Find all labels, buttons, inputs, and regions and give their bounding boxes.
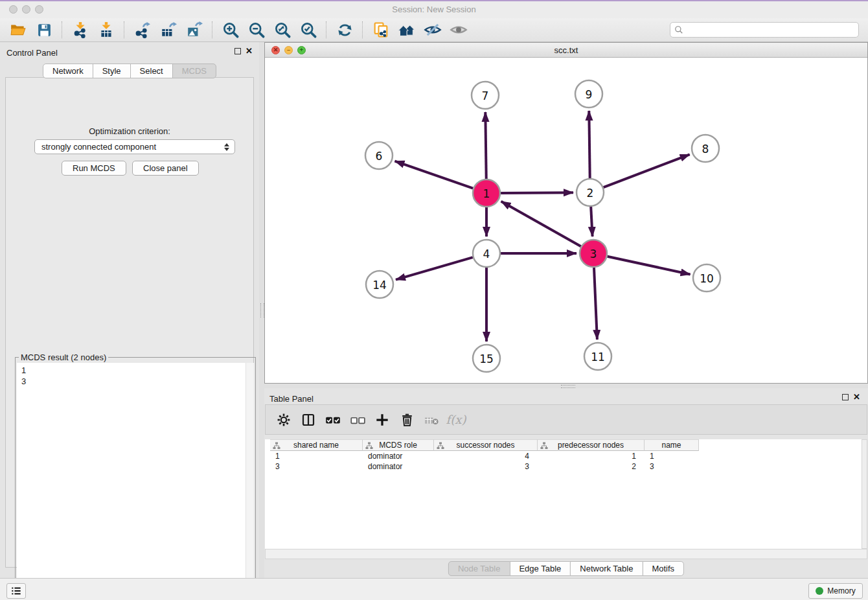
graph-edge-2-3[interactable] [591,207,592,237]
export-image-icon[interactable] [185,20,204,40]
network-window-titlebar[interactable]: ✕ – + scc.txt [265,43,867,58]
tab-mcds[interactable]: MCDS [172,63,216,78]
network-view-window: ✕ – + scc.txt 1234678910111415 [264,42,868,384]
split-columns-icon[interactable] [298,410,319,430]
mcds-result-list[interactable]: 1 3 [17,363,254,599]
dropdown-stepper-icon [224,143,229,151]
search-input[interactable] [687,25,854,36]
zoom-selected-icon[interactable] [299,20,318,40]
control-panel-title: Control Panel [6,48,58,58]
hierarchy-icon [273,442,280,450]
float-panel-icon[interactable] [234,48,241,54]
import-network-icon[interactable] [71,20,90,40]
settings-gear-icon[interactable] [273,410,294,430]
tab-select[interactable]: Select [130,63,173,78]
tab-style[interactable]: Style [93,63,131,78]
titlebar: Session: New Session [0,1,868,19]
close-panel-icon[interactable]: ✕ [853,394,860,400]
delete-table-icon[interactable] [421,410,442,430]
horizontal-splitter[interactable] [264,384,868,388]
table-scrollbar[interactable] [862,439,867,549]
cell-predecessor-nodes-1[interactable]: 2 [538,461,645,472]
mcds-result-title: MCDS result (2 nodes) [19,352,108,362]
graph-node-label-2: 2 [587,187,594,200]
column-header-successor-nodes[interactable]: successor nodes [434,439,538,451]
hide-details-eye-icon[interactable] [423,20,442,40]
home-icon[interactable] [397,20,417,40]
tab-motifs[interactable]: Motifs [642,561,684,576]
graph-node-label-3: 3 [590,248,597,260]
close-panel-button[interactable]: Close panel [132,161,199,176]
cell-predecessor-nodes-0[interactable]: 1 [538,451,645,461]
deselect-all-checkboxes-icon[interactable] [347,410,368,430]
save-session-icon[interactable] [34,20,54,40]
tab-node-table[interactable]: Node Table [448,561,510,576]
zoom-fit-icon[interactable] [273,20,292,40]
graph-edge-2-9[interactable] [589,111,589,178]
column-header-predecessor-nodes[interactable]: predecessor nodes [538,439,645,451]
cell-successor-nodes-1[interactable]: 3 [434,461,538,472]
tab-network[interactable]: Network [43,63,93,78]
cell-name-1[interactable]: 3 [645,461,699,472]
graph-edge-4-14[interactable] [396,257,473,280]
graph-node-label-4: 4 [483,248,490,260]
application-window: Session: New Session Control Panel [0,0,868,600]
toolbar-separator [326,21,327,38]
toolbar-separator [212,21,213,38]
graph-edge-1-6[interactable] [395,161,474,189]
task-history-button[interactable] [6,583,26,599]
graph-node-label-10: 10 [700,272,714,285]
column-label: predecessor nodes [558,441,624,450]
network-document-icon[interactable] [371,20,391,40]
refresh-layout-icon[interactable] [335,20,354,40]
cell-shared-name-0[interactable]: 1 [270,451,363,461]
hierarchy-icon [365,442,373,450]
column-header-shared-name[interactable]: shared name [270,439,363,451]
table-horizontal-scrollbar[interactable] [265,549,867,559]
table-header-row: shared nameMCDS rolesuccessor nodesprede… [270,439,699,451]
zoom-out-icon[interactable] [247,20,266,40]
tab-network-table[interactable]: Network Table [570,561,643,576]
result-scrollbar[interactable] [246,363,254,599]
tab-edge-table[interactable]: Edge Table [509,561,571,576]
add-column-icon[interactable] [372,410,393,430]
export-table-icon[interactable] [159,20,178,40]
cell-mcds-role-0[interactable]: dominator [363,451,434,461]
table-panel-title: Table Panel [269,394,314,404]
column-header-name[interactable]: name [645,439,699,451]
search-field[interactable] [670,22,859,38]
window-title: Session: New Session [0,5,868,14]
column-header-mcds-role[interactable]: MCDS role [363,439,434,451]
graph-node-label-7: 7 [482,89,489,102]
export-network-icon[interactable] [133,20,152,40]
criterion-dropdown[interactable]: strongly connected component [34,139,235,154]
graph-edge-1-2[interactable] [501,192,573,193]
cell-name-0[interactable]: 1 [645,451,699,461]
graph-edge-3-10[interactable] [608,257,691,275]
graph-edge-1-7[interactable] [485,112,486,179]
graph-edge-2-8[interactable] [604,154,690,187]
select-all-checkboxes-icon[interactable] [323,410,343,430]
criterion-value: strongly connected component [41,142,156,152]
zoom-in-icon[interactable] [221,20,240,40]
show-details-eye-icon[interactable] [449,20,468,40]
mcds-panel-body: Optimization criterion: strongly connect… [5,77,254,568]
memory-status-icon [816,587,823,595]
open-session-icon[interactable] [8,20,28,40]
cell-shared-name-1[interactable]: 3 [270,461,363,472]
table-rows: 1dominator4113dominator323 [270,451,699,472]
float-panel-icon[interactable] [842,394,849,400]
run-mcds-button[interactable]: Run MCDS [62,161,126,176]
close-panel-icon[interactable]: ✕ [246,48,253,54]
import-table-icon[interactable] [97,20,116,40]
delete-column-icon[interactable] [396,410,417,430]
status-bar: Memory [0,578,868,600]
cell-mcds-role-1[interactable]: dominator [363,461,434,472]
memory-button[interactable]: Memory [808,583,863,599]
graph-edge-3-11[interactable] [594,268,597,340]
vertical-splitter[interactable] [259,42,264,578]
network-canvas[interactable]: 1234678910111415 [265,58,867,383]
graph-edge-3-1[interactable] [501,202,581,246]
cell-successor-nodes-0[interactable]: 4 [434,451,538,461]
toolbar-separator [362,21,363,38]
